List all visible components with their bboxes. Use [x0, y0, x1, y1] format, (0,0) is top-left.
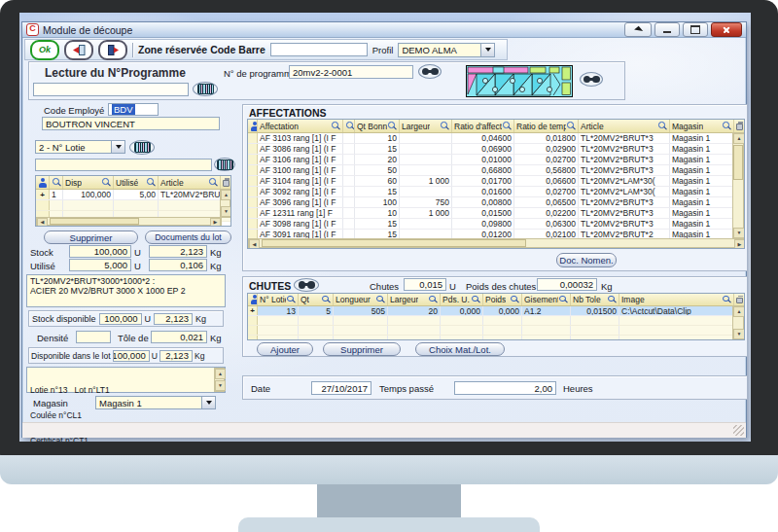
col-header[interactable]: Poids: [483, 294, 522, 305]
scroll-down-icon[interactable]: ▼: [221, 206, 231, 217]
employee-code-input[interactable]: BDV: [108, 103, 159, 116]
magnifier-icon[interactable]: [429, 296, 438, 304]
col-header[interactable]: Ratio de temps: [514, 120, 579, 132]
table-row[interactable]: +1100,0005,00TL*20MV2*BRUT*3000*10: [36, 190, 230, 200]
tole-de-input[interactable]: 0,021: [151, 331, 207, 343]
magnifier-icon[interactable]: [332, 122, 340, 130]
scroll-down-icon[interactable]: ▼: [733, 228, 745, 238]
table-row[interactable]: [248, 316, 744, 326]
col-header[interactable]: Eq: [343, 120, 355, 132]
close-button[interactable]: [711, 22, 742, 37]
trash-header[interactable]: [734, 294, 745, 305]
table-row[interactable]: AF 3096 rang [1] (I F1007500,008000,0650…: [248, 197, 744, 208]
table-row[interactable]: [248, 336, 744, 340]
magnifier-icon[interactable]: [388, 122, 397, 130]
chevron-down-icon[interactable]: [201, 397, 215, 408]
lot-info-list[interactable]: Lotie n°13 Lot n°LT1 Coulée n°CL1 Certif…: [26, 367, 226, 393]
scroll-up-icon[interactable]: ▲: [215, 369, 226, 379]
scroll-down-icon[interactable]: ▼: [733, 329, 745, 339]
col-header[interactable]: Qt Bonne: [355, 120, 400, 132]
disponible-lot-u[interactable]: 100,000: [113, 350, 150, 362]
utilise-kg-input[interactable]: 0,106: [149, 259, 207, 271]
col-header[interactable]: Utilisé: [114, 176, 159, 189]
magnifier-icon[interactable]: [346, 122, 355, 130]
doc-nomen-button[interactable]: Doc. Nomen.: [556, 253, 617, 267]
nesting-preview[interactable]: [466, 65, 573, 97]
chevron-down-icon[interactable]: [111, 141, 124, 153]
magnifier-icon[interactable]: [441, 122, 449, 130]
scroll-up-icon[interactable]: ▲: [733, 133, 745, 144]
col-header[interactable]: Qt: [299, 294, 334, 305]
scroll-up-icon[interactable]: ▲: [733, 306, 745, 317]
transfer-button[interactable]: [98, 40, 127, 60]
table-corner[interactable]: [248, 294, 258, 305]
magnifier-icon[interactable]: [723, 122, 731, 130]
table-row[interactable]: AF 3086 rang [1] (I F150,069000,02900TL*…: [248, 144, 744, 155]
table-row[interactable]: [36, 200, 230, 211]
affectations-hscrollbar[interactable]: ◀ ▶: [248, 238, 745, 248]
magnifier-icon[interactable]: [322, 296, 331, 304]
table-row[interactable]: [248, 326, 744, 336]
trash-header[interactable]: [734, 120, 745, 132]
choix-mat-lot-button[interactable]: Choix Mat./Lot.: [415, 342, 505, 356]
table-row[interactable]: AF 3100 rang [1] (I F500,668000,56800TL*…: [248, 165, 744, 176]
lot-barcode-button[interactable]: [129, 140, 155, 155]
table-row[interactable]: AF 3106 rang [1] (I F200,010000,02700TL*…: [248, 155, 744, 165]
programme-scan-input[interactable]: [33, 83, 189, 96]
chutes-input[interactable]: 0,015: [404, 278, 446, 291]
magnifier-icon[interactable]: [53, 178, 61, 187]
resize-grip[interactable]: [733, 425, 744, 436]
col-header[interactable]: Pds. U.: [441, 294, 483, 305]
employee-name-input[interactable]: BOUTRON VINCENT: [42, 117, 220, 130]
lot-mode-select[interactable]: 2 - N° Lotie: [35, 140, 125, 154]
documents-du-lot-button[interactable]: Documents du lot: [145, 231, 231, 244]
col-header[interactable]: Image: [619, 294, 734, 305]
stock-u-input[interactable]: 100,000: [69, 245, 131, 258]
lot-scan-barcode-button[interactable]: [214, 158, 235, 171]
ok-button[interactable]: Ok: [30, 40, 59, 60]
lot-info-vscrollbar[interactable]: ▲ ▼: [214, 368, 225, 392]
programme-num-input[interactable]: 20mv2-2-0001: [289, 65, 413, 79]
col-header[interactable]: N° Lotie: [258, 294, 299, 305]
col-header[interactable]: Disp: [63, 176, 114, 189]
view-nesting-button[interactable]: [580, 72, 603, 87]
lot-supprimer-button[interactable]: Supprimer: [44, 231, 138, 244]
chutes-supprimer-button[interactable]: Supprimer: [323, 342, 401, 356]
chutes-vscrollbar[interactable]: ▲ ▼: [732, 305, 744, 340]
scroll-right-icon[interactable]: ▶: [734, 239, 745, 249]
col-header[interactable]: Ratio d'affectat: [452, 120, 514, 132]
poids-chutes-input[interactable]: 0,00032: [537, 278, 597, 291]
table-corner[interactable]: [36, 176, 50, 189]
magnifier-icon[interactable]: [511, 296, 519, 304]
magnifier-icon[interactable]: [723, 296, 731, 304]
exit-button[interactable]: [64, 40, 93, 60]
magnifier-icon[interactable]: [287, 296, 296, 304]
article-description[interactable]: TL*20MV2*BRUT*3000*1000*2 : ACIER 20 MV2…: [26, 274, 226, 307]
scroll-down-icon[interactable]: ▼: [215, 380, 226, 391]
utilise-u-input[interactable]: 5,000: [69, 259, 131, 271]
table-row[interactable]: AF 3092 rang [1] (I F150,016000,02700TL*…: [248, 187, 744, 197]
stock-kg-input[interactable]: 2,123: [149, 245, 207, 258]
col-header[interactable]: Nb Tole: [571, 294, 619, 305]
scroll-left-icon[interactable]: ◀: [37, 218, 48, 227]
affectations-vscrollbar[interactable]: ▲ ▼: [732, 132, 744, 239]
col-header[interactable]: Magasin: [670, 120, 734, 132]
magnifier-icon[interactable]: [209, 178, 218, 187]
programme-barcode-button[interactable]: [193, 82, 218, 96]
magnifier-icon[interactable]: [472, 296, 480, 304]
lot-table-vscrollbar[interactable]: ▲ ▼: [220, 189, 230, 218]
col-header[interactable]: Article: [579, 120, 670, 132]
profil-select[interactable]: DEMO ALMA: [398, 43, 495, 57]
scroll-up-icon[interactable]: ▲: [221, 190, 231, 200]
col-header[interactable]: Gisement: [522, 294, 571, 305]
view-program-button[interactable]: [418, 64, 442, 79]
col-header[interactable]: Largeur: [400, 120, 452, 132]
stock-disponible-u[interactable]: 100,000: [99, 313, 142, 325]
table-row[interactable]: AF 3103 rang [1] (I F100,046000,01800TL*…: [248, 133, 744, 144]
table-row[interactable]: +135505200,0000,000A1.20,01500C:\Actcut\…: [248, 306, 744, 316]
magnifier-icon[interactable]: [567, 122, 576, 130]
temps-passe-input[interactable]: 2,00: [454, 381, 556, 395]
disponible-lot-kg[interactable]: 2,123: [159, 350, 193, 362]
lot-scan-input[interactable]: [35, 159, 212, 171]
scroll-right-icon[interactable]: ▶: [210, 218, 221, 227]
